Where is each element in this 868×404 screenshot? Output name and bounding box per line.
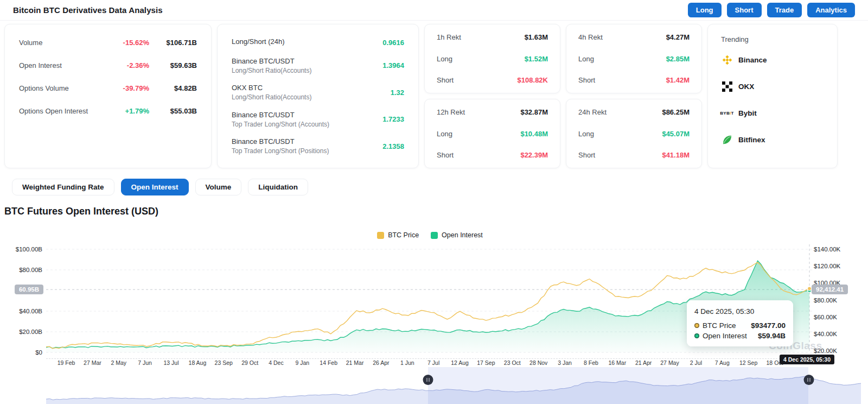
header-button[interactable]: Analytics — [807, 3, 855, 17]
current-oi-badge: 60.95B — [15, 285, 43, 294]
long-short-ratio-card: Long/Short (24h) 0.9616 Binance BTC/USDT… — [217, 24, 419, 168]
ratio-value: 2.1358 — [382, 142, 404, 150]
x-axis-tick: 2 Jul — [690, 359, 702, 366]
legend-swatch — [377, 232, 384, 239]
tab[interactable]: Liquidation — [248, 179, 308, 195]
trending-item[interactable]: Binance — [721, 47, 824, 73]
axis-label: $80.00K — [814, 297, 852, 304]
legend-item[interactable]: Open Interest — [431, 231, 483, 239]
ratio-row: Long/Short (24h) 0.9616 — [232, 34, 404, 50]
x-axis-tick: 12 Aug — [451, 359, 469, 366]
tab[interactable]: Weighted Funding Rate — [12, 179, 114, 195]
rekt-total: $4.27M — [666, 33, 690, 41]
x-axis-tick: 26 Apr — [373, 359, 389, 366]
x-axis-tick: 8 Feb — [584, 359, 598, 366]
rekt-long-value: $2.85M — [666, 55, 690, 63]
stat-label: Volume — [19, 39, 123, 47]
x-axis-tick: 7 Aug — [715, 359, 730, 366]
rekt-long-label: Long — [578, 55, 594, 63]
tab[interactable]: Volume — [195, 179, 242, 195]
rekt-long-label: Long — [437, 130, 452, 138]
ratio-row: OKX BTC Long/Short Ratio(Accounts) 1.32 — [232, 80, 404, 104]
x-axis-tick: 7 Jun — [138, 359, 152, 366]
header-button[interactable]: Trade — [767, 3, 802, 17]
derivatives-dashboard: Bitcoin BTC Derivatives Data Analysis Lo… — [0, 0, 868, 404]
navigator-left-handle[interactable] — [423, 375, 433, 385]
x-axis-tick: 17 Sep — [477, 359, 495, 366]
exchange-name: Bybit — [738, 109, 757, 117]
ratio-sublabel: Long/Short Ratio(Accounts) — [232, 93, 391, 101]
axis-label: $100.00B — [2, 246, 42, 252]
chart-title: BTC Futures Open Interest (USD) — [4, 206, 158, 217]
trending-item[interactable]: OKX — [721, 73, 824, 100]
tooltip-series-label: BTC Price — [703, 321, 751, 330]
tab[interactable]: Open Interest — [121, 179, 189, 195]
rekt-short-label: Short — [437, 76, 454, 84]
current-price-badge: 92,412.41 — [812, 285, 848, 294]
page-title: Bitcoin BTC Derivatives Data Analysis — [13, 5, 163, 15]
axis-label: $120.00K — [814, 263, 852, 269]
trending-item[interactable]: Bitfinex — [721, 127, 824, 153]
rekt-card: 1h Rekt $1.63M Long $1.52M Short $108.82… — [424, 24, 560, 93]
trending-title: Trending — [721, 35, 824, 43]
exchange-name: Bitfinex — [738, 136, 765, 144]
tooltip-timestamp: 4 Dec 2025, 05:30 — [694, 307, 786, 315]
rekt-short-value: $1.42M — [666, 76, 690, 84]
stat-change: +1.79% — [125, 107, 149, 115]
stat-value: $106.71B — [159, 39, 197, 47]
stat-row: Options Open Interest +1.79% $55.03B — [19, 107, 197, 115]
x-axis-tick: 21 Mar — [346, 359, 364, 366]
stat-label: Open Interest — [19, 61, 127, 70]
axis-label: $60.00K — [814, 314, 852, 320]
header-button[interactable]: Long — [688, 3, 722, 17]
ratio-label: Binance BTC/USDT — [232, 111, 382, 119]
navigator-right-handle[interactable] — [804, 375, 814, 385]
axis-label: $20.00B — [2, 329, 42, 335]
stat-value: $4.82B — [159, 84, 197, 92]
chart-tabs: Weighted Funding RateOpen InterestVolume… — [12, 179, 308, 195]
rekt-card: 24h Rekt $86.25M Long $45.07M Short $41.… — [566, 99, 702, 168]
rekt-short-label: Short — [437, 151, 454, 159]
legend-item[interactable]: BTC Price — [377, 231, 419, 239]
stat-value: $59.63B — [159, 61, 197, 70]
market-stats-card: Volume -15.62% $106.71B Open Interest -2… — [4, 24, 212, 168]
axis-label: $80.00B — [2, 267, 42, 273]
x-axis-tick: 9 Jan — [295, 359, 309, 366]
range-navigator[interactable] — [46, 367, 868, 404]
rekt-card: 12h Rekt $32.87M Long $10.48M Short $22.… — [424, 99, 560, 168]
rekt-short-value: $41.18M — [662, 151, 690, 159]
ratio-row: Binance BTC/USDT Top Trader Long/Short (… — [232, 134, 404, 158]
x-axis-tick: 27 Mar — [84, 359, 101, 366]
ratio-label: Binance BTC/USDT — [232, 137, 382, 146]
x-axis-tick: 29 Oct — [241, 359, 258, 366]
axis-label: $0 — [2, 349, 42, 356]
ratio-row: Binance BTC/USDT Top Trader Long/Short (… — [232, 108, 404, 131]
ratio-value: 1.3964 — [382, 61, 404, 70]
rekt-long-value: $10.48M — [520, 130, 548, 138]
x-axis-tick: 18 Aug — [189, 359, 207, 366]
trending-card: Trending Binance OKX — [707, 24, 838, 168]
x-axis-tick: 2 May — [111, 359, 126, 366]
rekt-long-value: $1.52M — [525, 55, 548, 63]
summary-cards-row: Volume -15.62% $106.71B Open Interest -2… — [4, 24, 845, 168]
stat-row: Volume -15.62% $106.71B — [19, 39, 197, 47]
crosshair-date-badge: 4 Dec 2025, 05:30 — [780, 355, 834, 364]
rekt-card: 4h Rekt $4.27M Long $2.85M Short $1.42M — [566, 24, 702, 93]
x-axis-tick: 16 Mar — [608, 359, 626, 366]
x-axis-tick: 27 May — [660, 359, 679, 366]
x-axis-tick: 4 Dec — [269, 359, 283, 366]
axis-label: $140.00K — [814, 246, 852, 252]
stat-label: Options Open Interest — [19, 107, 125, 115]
stat-value: $55.03B — [159, 107, 197, 115]
ratio-label: Binance BTC/USDT — [232, 57, 382, 65]
header-button[interactable]: Short — [727, 3, 762, 17]
legend-label: Open Interest — [442, 231, 483, 239]
trending-item[interactable]: BYBIT Bybit — [721, 100, 824, 127]
stat-change: -15.62% — [123, 39, 149, 47]
ratio-sublabel: Top Trader Long/Short (Accounts) — [232, 121, 382, 128]
x-axis-tick: 7 Jul — [427, 359, 439, 366]
navigator-selection[interactable] — [428, 367, 808, 404]
topbar: Bitcoin BTC Derivatives Data Analysis Lo… — [0, 0, 868, 21]
x-axis-tick: 14 Feb — [320, 359, 337, 366]
stat-row: Options Volume -39.79% $4.82B — [19, 84, 197, 92]
